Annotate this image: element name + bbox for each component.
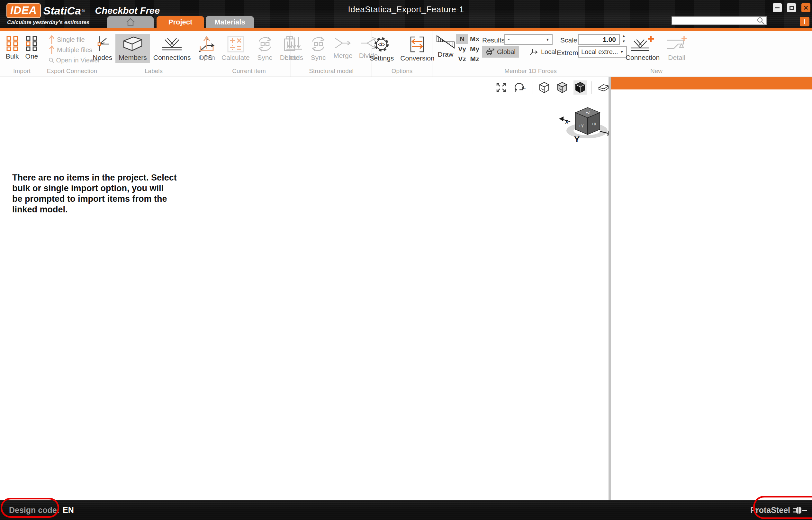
design-code-value: EN: [63, 505, 74, 515]
right-panel-header: [611, 77, 812, 89]
new-connection-label: Connection: [625, 54, 660, 61]
sync-model-button[interactable]: Sync: [306, 34, 330, 63]
scale-input[interactable]: 1.00: [578, 34, 620, 45]
group-label-import: Import: [0, 68, 44, 75]
open-item-button[interactable]: Open: [195, 34, 218, 63]
sync-model-label: Sync: [311, 54, 326, 61]
connections-toggle-button[interactable]: Connections: [150, 34, 194, 63]
force-n-toggle[interactable]: N: [456, 34, 468, 44]
settings-gear-icon: </>: [373, 36, 390, 53]
new-connection-button[interactable]: Connection: [622, 34, 663, 63]
tab-materials[interactable]: Materials: [206, 16, 254, 28]
calculate-label: Calculate: [222, 54, 250, 61]
bulk-import-label: Bulk: [6, 52, 19, 60]
sync-icon: [256, 36, 274, 52]
scale-value: 1.00: [603, 36, 616, 44]
sync-icon: [310, 36, 327, 52]
panel-splitter[interactable]: [609, 77, 611, 500]
members-label: Members: [119, 54, 147, 61]
app-window: IDEA StatiCa ® Checkbot Free Calculate y…: [0, 0, 812, 520]
global-axes-icon: [485, 48, 495, 56]
draw-forces-button[interactable]: Draw: [435, 33, 456, 59]
view-cube-axis-y: Y: [574, 134, 580, 144]
plug-icon: [793, 506, 808, 515]
bulk-import-icon: [6, 36, 18, 51]
conversion-button[interactable]: Conversion: [397, 34, 438, 63]
titlebar: IDEA StatiCa ® Checkbot Free Calculate y…: [0, 0, 812, 31]
new-detail-button[interactable]: Detail: [663, 34, 691, 63]
nodes-toggle-button[interactable]: Nodes: [90, 34, 116, 63]
merge-icon: [334, 36, 352, 51]
minimize-button[interactable]: [773, 3, 782, 12]
ribbon-group-options: </> Settings Conversion: [372, 31, 432, 77]
members-toggle-button[interactable]: Members: [115, 34, 150, 63]
conversion-icon: [409, 36, 426, 53]
force-vy-toggle[interactable]: Vy: [456, 44, 468, 54]
force-mz-toggle[interactable]: Mz: [468, 54, 481, 64]
force-my-toggle[interactable]: My: [468, 44, 481, 54]
maximize-button[interactable]: [787, 3, 796, 12]
group-label-labels: Labels: [100, 68, 207, 75]
design-code-status[interactable]: Design code: EN: [9, 500, 74, 520]
view-cube-face-top: +Z: [586, 110, 590, 115]
merge-label: Merge: [333, 52, 353, 59]
chevron-down-icon[interactable]: ⌄: [523, 85, 527, 90]
local-axes-label: Local: [541, 48, 556, 56]
conversion-label: Conversion: [400, 54, 434, 62]
shaded-cube-icon: [557, 82, 568, 93]
new-connection-icon: [631, 36, 654, 52]
group-label-current-item: Current item: [207, 68, 290, 75]
zoom-fit-icon: [496, 82, 507, 93]
wireframe-view-button[interactable]: [537, 80, 551, 95]
zoom-fit-button[interactable]: [495, 81, 508, 94]
wireframe-cube-icon: [539, 82, 550, 93]
force-vz-toggle[interactable]: Vz: [456, 54, 468, 64]
draw-forces-label: Draw: [438, 51, 454, 58]
design-code-label: Design code:: [9, 505, 59, 515]
calculate-icon: [227, 36, 244, 52]
group-label-structural-model: Structural model: [291, 68, 372, 75]
extreme-dropdown[interactable]: Local extre... ▼: [578, 46, 627, 58]
tab-project[interactable]: Project: [157, 16, 204, 28]
model-canvas[interactable]: There are no items in the project. Selec…: [0, 77, 609, 500]
nodes-label: Nodes: [93, 54, 113, 61]
force-mx-toggle[interactable]: Mx: [468, 34, 481, 44]
results-dropdown[interactable]: - ▼: [504, 34, 553, 45]
global-axes-toggle[interactable]: Global: [482, 46, 519, 58]
calculate-button[interactable]: Calculate: [218, 34, 253, 63]
nodes-icon: [95, 36, 110, 52]
export-multiple-files-label: Multiple files: [57, 46, 92, 54]
upload-icon: [49, 45, 55, 55]
window-title: IdeaStatica_Export_Feature-1: [0, 4, 812, 15]
group-label-export-connection: Export Connection: [44, 68, 100, 75]
close-button[interactable]: ✕: [802, 3, 810, 12]
ribbon-group-import: Bulk One Import: [0, 31, 44, 77]
new-detail-icon: [666, 36, 687, 52]
view-cube-face-right: +X: [591, 122, 596, 127]
ribbon-group-labels: Nodes Members: [100, 31, 207, 77]
view-cube[interactable]: X Y +Z +Y +X: [559, 99, 617, 146]
shaded-wireframe-view-button[interactable]: [556, 80, 569, 95]
extreme-value: Local extre...: [581, 48, 618, 56]
scale-label: Scale: [560, 36, 577, 44]
bulk-import-button[interactable]: Bulk: [3, 34, 22, 61]
single-import-button[interactable]: One: [22, 34, 41, 61]
tab-home[interactable]: [107, 16, 153, 28]
rotate-view-button[interactable]: ⌄: [512, 81, 528, 94]
sync-item-button[interactable]: Sync: [253, 34, 277, 63]
settings-button[interactable]: </> Settings: [366, 34, 397, 63]
status-bar: Design code: EN ProtaSteel: [0, 500, 812, 520]
perspective-box-icon: [597, 82, 610, 93]
merge-button[interactable]: Merge: [330, 34, 356, 61]
open-item-label: Open: [199, 54, 215, 61]
plugin-status[interactable]: ProtaSteel: [750, 500, 808, 520]
right-panel: [611, 77, 812, 500]
local-axes-toggle[interactable]: Local: [526, 46, 560, 58]
solid-view-button[interactable]: [573, 80, 587, 95]
ribbon-group-member-1d-forces: Draw N Vy Vz Mx My Mz Results - ▼: [432, 31, 629, 77]
solid-cube-icon: [575, 82, 586, 93]
loads-button[interactable]: Loads: [282, 34, 306, 63]
ribbon-group-structural-model: Loads Sync: [291, 31, 372, 77]
group-label-new: New: [629, 68, 684, 75]
ribbon-group-current-item: Open Calculate: [207, 31, 291, 77]
